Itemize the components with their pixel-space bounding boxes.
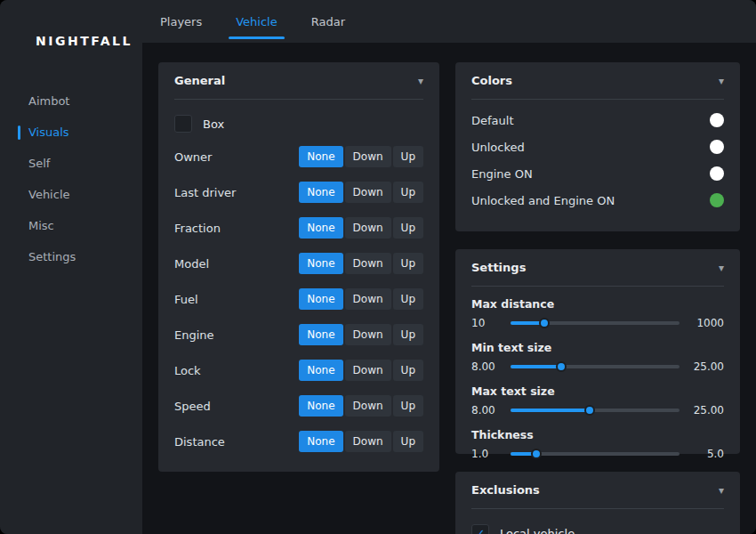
slider-min-value: 8.00 — [471, 404, 502, 417]
sidebar-item-misc[interactable]: Misc — [0, 210, 142, 241]
chevron-down-icon[interactable]: ▾ — [418, 75, 423, 87]
option-none-button[interactable]: None — [299, 324, 342, 345]
option-up-button[interactable]: Up — [393, 146, 423, 167]
slider-min-value: 8.00 — [471, 360, 502, 373]
option-none-button[interactable]: None — [299, 146, 342, 167]
sidebar-item-vehicle[interactable]: Vehicle — [0, 179, 142, 210]
slider-max-distance: Max distance 10 1000 — [471, 297, 724, 330]
option-down-button[interactable]: Down — [345, 431, 391, 452]
option-down-button[interactable]: Down — [345, 360, 391, 381]
exclusions-panel-header[interactable]: Exclusions ▾ — [471, 472, 724, 509]
slider-handle[interactable] — [584, 405, 595, 416]
option-none-button[interactable]: None — [299, 182, 342, 203]
app-window: NIGHTFALL Aimbot Visuals Self Vehicle Mi… — [0, 0, 756, 534]
exclusion-row-local-vehicle: ✓ Local vehicle — [471, 522, 724, 534]
option-down-button[interactable]: Down — [345, 288, 391, 310]
chevron-down-icon[interactable]: ▾ — [719, 484, 724, 497]
color-swatch[interactable] — [710, 140, 724, 154]
local-vehicle-checkbox[interactable]: ✓ — [471, 524, 489, 534]
tab-radar[interactable]: Radar — [310, 0, 347, 43]
option-up-button[interactable]: Up — [393, 288, 423, 310]
panel-title: Settings — [471, 261, 526, 274]
esp-option-group: None Down Up — [299, 431, 423, 452]
option-down-button[interactable]: Down — [345, 324, 391, 345]
option-none-button[interactable]: None — [299, 395, 342, 417]
sidebar-item-aimbot[interactable]: Aimbot — [0, 85, 142, 117]
slider-fill — [511, 452, 536, 456]
option-up-button[interactable]: Up — [393, 395, 423, 417]
colors-panel-header[interactable]: Colors ▾ — [471, 62, 724, 100]
app-title: NIGHTFALL — [0, 0, 142, 48]
panel-title: Colors — [471, 74, 512, 87]
slider-track[interactable] — [511, 365, 680, 368]
esp-row-distance: Distance None Down Up — [174, 424, 423, 459]
option-up-button[interactable]: Up — [393, 253, 423, 274]
tab-vehicle[interactable]: Vehicle — [234, 0, 279, 43]
esp-option-group: None Down Up — [299, 182, 423, 203]
tab-players[interactable]: Players — [158, 0, 204, 43]
sidebar-item-label: Misc — [28, 219, 54, 232]
slider-handle[interactable] — [531, 449, 542, 459]
settings-panel-header[interactable]: Settings ▾ — [471, 249, 724, 287]
sidebar-item-visuals[interactable]: Visuals — [0, 117, 142, 148]
slider-handle[interactable] — [539, 318, 550, 328]
option-down-button[interactable]: Down — [345, 395, 391, 417]
color-rows: Default Unlocked Engine ON Unlocked and … — [471, 107, 724, 214]
option-none-button[interactable]: None — [299, 288, 342, 310]
option-up-button[interactable]: Up — [393, 324, 423, 345]
box-toggle-row: Box — [174, 112, 423, 135]
slider-row: 8.00 25.00 — [471, 403, 724, 417]
slider-handle[interactable] — [556, 361, 567, 372]
slider-label: Min text size — [471, 341, 724, 354]
main-content: General ▾ Box Owner None Down Up — [142, 43, 756, 534]
option-none-button[interactable]: None — [299, 431, 342, 452]
slider-fill — [511, 365, 561, 368]
option-up-button[interactable]: Up — [393, 217, 423, 239]
general-panel-header[interactable]: General ▾ — [174, 62, 423, 100]
option-down-button[interactable]: Down — [345, 182, 391, 203]
chevron-down-icon[interactable]: ▾ — [719, 262, 724, 274]
slider-row: 10 1000 — [471, 316, 724, 330]
active-indicator — [18, 125, 20, 140]
color-swatch[interactable] — [710, 166, 724, 181]
sidebar-item-settings[interactable]: Settings — [0, 241, 142, 272]
slider-max-text-size: Max text size 8.00 25.00 — [471, 384, 724, 417]
color-swatch[interactable] — [710, 193, 724, 207]
slider-fill — [511, 321, 544, 325]
slider-max-value: 1000 — [688, 317, 724, 329]
esp-row-label: Speed — [174, 400, 211, 413]
color-row-engine-on: Engine ON — [471, 160, 724, 187]
color-swatch[interactable] — [710, 113, 724, 127]
slider-fill — [511, 409, 590, 412]
esp-row-label: Fuel — [174, 293, 198, 306]
option-up-button[interactable]: Up — [393, 431, 423, 452]
option-none-button[interactable]: None — [299, 253, 342, 274]
box-checkbox[interactable] — [174, 115, 192, 133]
option-up-button[interactable]: Up — [393, 182, 423, 203]
left-column: General ▾ Box Owner None Down Up — [158, 62, 439, 534]
option-down-button[interactable]: Down — [345, 253, 391, 274]
option-none-button[interactable]: None — [299, 217, 342, 239]
esp-option-group: None Down Up — [299, 217, 423, 239]
esp-row-speed: Speed None Down Up — [174, 388, 423, 424]
slider-min-value: 1.0 — [471, 448, 502, 460]
option-none-button[interactable]: None — [299, 360, 342, 381]
color-row-unlocked-engine-on: Unlocked and Engine ON — [471, 187, 724, 214]
option-down-button[interactable]: Down — [345, 146, 391, 167]
option-down-button[interactable]: Down — [345, 217, 391, 239]
esp-row-lock: Lock None Down Up — [174, 352, 423, 388]
sidebar-item-label: Self — [28, 157, 50, 170]
slider-thickness: Thickness 1.0 5.0 — [471, 428, 724, 461]
option-up-button[interactable]: Up — [393, 360, 423, 381]
slider-track[interactable] — [511, 409, 680, 412]
slider-track[interactable] — [511, 321, 680, 325]
sidebar-item-label: Vehicle — [28, 188, 70, 201]
slider-min-value: 10 — [471, 317, 502, 329]
slider-track[interactable] — [511, 452, 680, 456]
esp-option-group: None Down Up — [299, 395, 423, 417]
color-row-label: Default — [471, 114, 514, 127]
color-row-default: Default — [471, 107, 724, 134]
sidebar-item-self[interactable]: Self — [0, 148, 142, 179]
chevron-down-icon[interactable]: ▾ — [719, 75, 724, 87]
esp-row-label: Lock — [174, 364, 201, 377]
